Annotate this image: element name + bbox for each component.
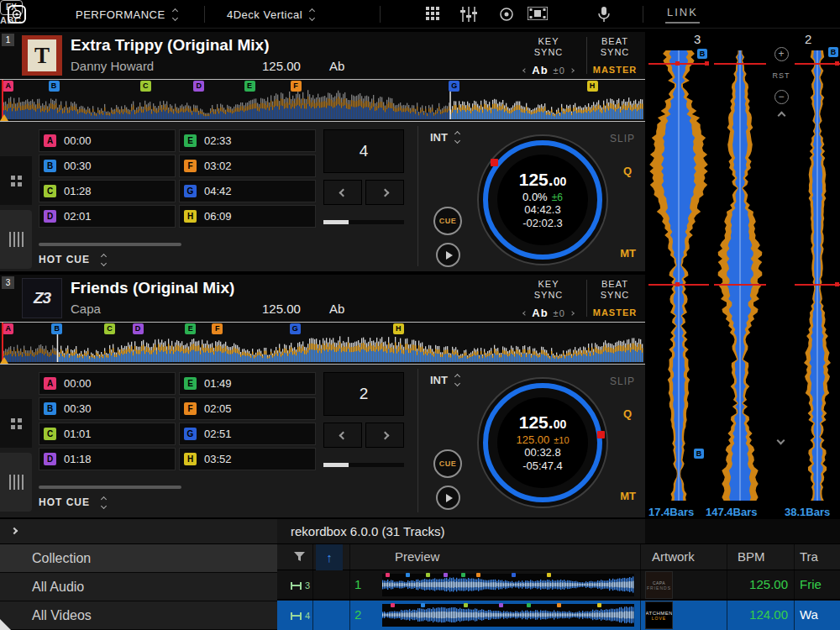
source-label: INT — [430, 131, 448, 144]
track-preview-waveform[interactable] — [382, 604, 634, 627]
jog-wheel[interactable]: 125.00 125.00±10 00:32.8 -05:47.4 — [477, 377, 608, 508]
column-divider — [794, 544, 795, 630]
slip-indicator[interactable]: SLIP — [610, 133, 635, 144]
chevron-up-icon[interactable] — [777, 112, 785, 120]
sidebar-item-collection[interactable]: Collection — [0, 544, 277, 573]
hot-cue-a-button[interactable]: A00:00 — [39, 129, 176, 152]
play-button[interactable] — [436, 486, 460, 510]
cue-badge: C — [44, 185, 56, 197]
hot-cue-h-button[interactable]: H03:52 — [179, 448, 316, 470]
beat-jump-forward-button[interactable] — [365, 180, 404, 205]
table-header: ↑ Preview Artwork BPM Tra — [277, 544, 840, 570]
pad-grid-button[interactable] — [426, 7, 441, 24]
wave-view-button[interactable] — [0, 210, 32, 269]
deck-1-track-waveform[interactable]: ABCDEFGH — [0, 79, 645, 122]
column-divider — [349, 544, 350, 630]
cue-button[interactable]: CUE — [433, 207, 462, 235]
beat-jump-slider[interactable] — [323, 220, 404, 224]
column-header-bpm[interactable]: BPM — [738, 549, 765, 564]
source-select[interactable]: INT — [430, 131, 459, 144]
reset-zoom-button[interactable]: RST — [769, 71, 793, 80]
column-header-artwork[interactable]: Artwork — [652, 549, 695, 564]
key-shift-up-icon[interactable] — [570, 68, 575, 73]
pad-view-button[interactable] — [0, 156, 32, 205]
performance-mode-select[interactable]: PERFORMANCE — [76, 0, 177, 29]
track-row-selected[interactable]: 4 2 CATCHMENTLOVE 124.00 Wa — [277, 601, 840, 630]
hot-cue-e-button[interactable]: E01:49 — [179, 372, 316, 395]
mixer-panel-button[interactable] — [459, 7, 478, 25]
hot-cue-d-button[interactable]: D01:18 — [39, 448, 176, 470]
performance-mode-label: PERFORMANCE — [76, 8, 165, 21]
cue-time: 02:05 — [204, 402, 232, 415]
slider-thumb[interactable] — [323, 220, 349, 224]
sidebar-item-all-audio[interactable]: All Audio — [0, 573, 277, 601]
deck-3-vertical-waveform[interactable] — [648, 50, 709, 501]
track-preview-waveform[interactable] — [382, 574, 634, 596]
recording-panel-button[interactable] — [499, 7, 514, 25]
beat-jump-slider[interactable] — [323, 463, 404, 467]
chevron-down-icon[interactable] — [777, 437, 785, 445]
jog-wheel[interactable]: 125.00 0.0%±6 04:42.3 -02:02.3 — [477, 134, 608, 265]
column-divider — [312, 544, 313, 630]
source-select[interactable]: INT — [430, 374, 459, 386]
hot-cue-f-button[interactable]: F03:02 — [179, 155, 316, 177]
beat-sync-control[interactable]: BEAT SYNC MASTER — [588, 279, 642, 318]
hot-cue-b-button[interactable]: B00:30 — [39, 155, 176, 177]
rekordbox-logo-icon[interactable] — [7, 4, 27, 24]
hot-cue-d-button[interactable]: D02:01 — [39, 205, 176, 228]
hot-cue-f-button[interactable]: F02:05 — [179, 397, 316, 420]
hot-cue-b-button[interactable]: B00:30 — [39, 397, 176, 420]
sidebar-item-all-videos[interactable]: All Videos — [0, 601, 277, 630]
quantize-indicator[interactable]: Q — [623, 407, 632, 420]
beat-jump-back-button[interactable] — [323, 423, 362, 448]
pad-mode-select[interactable]: HOT CUE — [39, 254, 106, 265]
deck-2-vertical-waveform[interactable] — [795, 50, 840, 501]
hot-cue-g-button[interactable]: G02:51 — [179, 423, 316, 445]
beat-jump-forward-button[interactable] — [365, 423, 404, 448]
slip-indicator[interactable]: SLIP — [610, 375, 635, 387]
playhead-dot — [835, 282, 839, 286]
deck-4-vertical-waveform[interactable] — [714, 50, 766, 501]
zoom-in-button[interactable]: + — [774, 47, 789, 61]
beat-sync-control[interactable]: BEAT SYNC MASTER — [588, 36, 642, 75]
key-shift-up-icon[interactable] — [570, 311, 575, 316]
hot-cue-a-button[interactable]: A00:00 — [39, 372, 176, 395]
mic-panel-button[interactable] — [598, 7, 610, 26]
hot-cue-e-button[interactable]: E02:33 — [179, 129, 316, 152]
cue-button[interactable]: CUE — [433, 449, 462, 478]
slider-thumb[interactable] — [323, 463, 349, 467]
layout-select[interactable]: 4Deck Vertical — [227, 0, 314, 29]
quantize-indicator[interactable]: Q — [623, 165, 632, 177]
zoom-out-button[interactable]: − — [774, 90, 789, 104]
deck-3: 3 Z3 Friends (Original Mix) Capa 125.00 … — [0, 273, 645, 517]
key-shift-down-icon[interactable] — [522, 68, 528, 73]
link-button[interactable]: LINK — [665, 6, 700, 24]
hot-cue-h-button[interactable]: H06:09 — [179, 205, 316, 228]
sidebar-collapse-button[interactable] — [0, 519, 277, 544]
track-row[interactable]: 3 1 CAPAFRIENDS 125.00 Frie — [277, 570, 840, 600]
column-header-track[interactable]: Tra — [800, 549, 818, 564]
play-button[interactable] — [436, 243, 460, 267]
key-shift-down-icon[interactable] — [522, 311, 528, 316]
resize-corner-handle[interactable] — [0, 619, 11, 630]
jog-position-marker — [597, 431, 605, 438]
master-tempo-indicator[interactable]: MT — [620, 490, 636, 502]
hot-cue-scrollbar[interactable] — [39, 243, 181, 246]
column-header-preview[interactable]: Preview — [395, 549, 439, 564]
hot-cue-c-button[interactable]: C01:28 — [39, 180, 176, 202]
hot-cue-scrollbar[interactable] — [39, 486, 181, 489]
hot-cue-g-button[interactable]: G04:42 — [179, 180, 316, 202]
hot-cue-c-button[interactable]: C01:01 — [39, 423, 176, 445]
master-tempo-indicator[interactable]: MT — [620, 247, 636, 260]
pad-view-button[interactable] — [0, 399, 32, 448]
key-sync-control[interactable]: KEY SYNC Ab±0 — [512, 279, 585, 319]
beat-jump-back-button[interactable] — [323, 180, 362, 205]
sort-column-header[interactable]: ↑ — [316, 544, 343, 570]
cue-badge: E — [184, 134, 197, 147]
wave-view-button[interactable] — [0, 453, 32, 512]
filter-icon[interactable] — [294, 552, 305, 562]
pad-mode-select[interactable]: HOT CUE — [39, 496, 106, 508]
video-panel-button[interactable] — [528, 7, 548, 24]
key-sync-control[interactable]: KEY SYNC Ab±0 — [512, 36, 585, 76]
deck-3-track-waveform[interactable]: ABCDEFGH — [0, 322, 645, 365]
